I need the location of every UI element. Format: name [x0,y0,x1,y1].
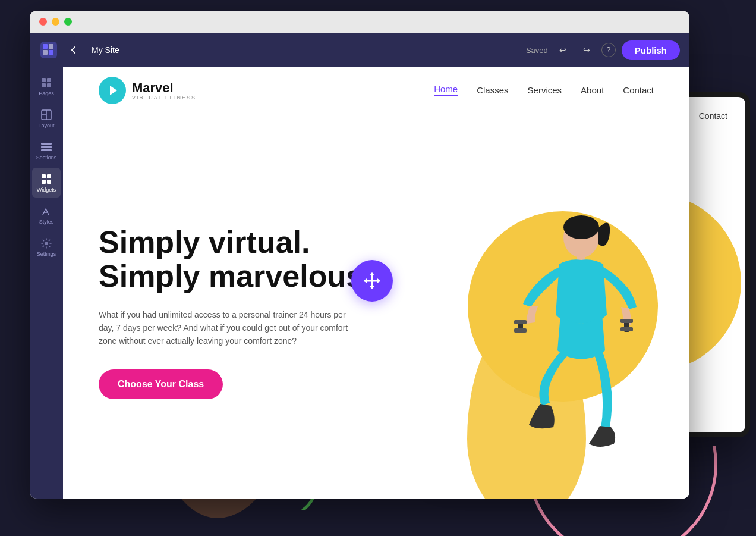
back-button[interactable] [65,42,82,58]
nav-contact[interactable]: Contact [623,85,654,95]
svg-rect-21 [41,143,52,145]
sidebar-item-settings[interactable]: Settings [32,232,61,262]
sections-label: Sections [36,155,57,161]
canvas: Marvel VIRTUAL FITNESS Home Classes Serv… [63,67,689,499]
panel-nav-contact[interactable]: Contact [699,111,727,121]
svg-rect-23 [41,149,52,151]
sidebar-item-pages[interactable]: Pages [32,71,61,101]
svg-rect-24 [42,174,46,178]
layout-label: Layout [38,123,54,128]
cta-button[interactable]: Choose Your Class [99,369,223,399]
hero-title-line2: Simply marvelous. [99,259,372,293]
fitness-figure [477,199,656,499]
logo-subtitle: VIRTUAL FITNESS [132,95,196,101]
svg-rect-38 [620,319,633,323]
svg-rect-26 [42,180,46,184]
logo-text: Marvel VIRTUAL FITNESS [132,80,196,101]
widgets-label: Widgets [37,187,56,193]
undo-button[interactable]: ↩ [554,41,572,59]
svg-rect-12 [43,50,48,55]
logo-name: Marvel [132,80,174,95]
editor-controls: Saved ↩ ↪ ? Publish [526,40,680,60]
layout-icon [40,108,53,121]
svg-rect-9 [40,42,57,58]
help-button[interactable]: ? [601,43,616,57]
sidebar-item-sections[interactable]: Sections [32,136,61,165]
svg-point-29 [45,242,48,245]
sidebar: Pages Layout [30,67,63,499]
pages-icon [40,76,53,89]
svg-rect-14 [42,78,46,82]
traffic-light-red[interactable] [39,18,47,26]
settings-label: Settings [37,251,56,257]
nav-about[interactable]: About [581,85,604,95]
svg-rect-36 [514,328,527,333]
svg-rect-22 [41,146,52,148]
publish-button[interactable]: Publish [622,40,680,60]
widgets-icon [40,173,53,186]
traffic-lights [39,18,72,26]
svg-rect-13 [49,50,53,55]
site-logo: Marvel VIRTUAL FITNESS [99,77,196,104]
site-name: My Site [92,45,519,55]
svg-point-32 [563,215,599,239]
redo-button[interactable]: ↪ [578,41,596,59]
editor-logo [39,40,58,59]
traffic-light-green[interactable] [64,18,72,26]
hero: Simply virtual. Simply marvelous. What i… [63,114,689,499]
svg-rect-15 [47,78,51,82]
editor-bar: My Site Saved ↩ ↪ ? Publish [30,33,689,67]
svg-rect-16 [42,83,46,87]
nav-classes[interactable]: Classes [477,85,508,95]
editor-main: Pages Layout [30,67,689,499]
hero-description: What if you had unlimited access to a pe… [99,308,348,348]
saved-label: Saved [526,46,548,55]
site-nav: Marvel VIRTUAL FITNESS Home Classes Serv… [63,67,689,114]
nav-services[interactable]: Services [528,85,562,95]
svg-rect-25 [47,174,51,178]
svg-rect-35 [514,320,527,324]
sidebar-item-layout[interactable]: Layout [32,104,61,133]
styles-icon [40,205,53,218]
sidebar-item-styles[interactable]: Styles [32,200,61,230]
titlebar [30,11,689,33]
svg-rect-11 [49,44,53,49]
svg-rect-17 [47,83,51,87]
hero-title-line1: Simply virtual. [99,225,310,259]
svg-rect-10 [43,44,48,49]
move-crosshair-icon [363,271,382,290]
sections-icon [40,140,53,153]
hero-title: Simply virtual. Simply marvelous. [99,225,384,293]
svg-marker-30 [110,86,117,95]
sidebar-item-widgets[interactable]: Widgets [32,168,61,198]
nav-home[interactable]: Home [434,84,458,96]
svg-rect-39 [620,327,633,331]
hero-right [408,114,689,499]
svg-rect-27 [47,180,51,184]
window-chrome: My Site Saved ↩ ↪ ? Publish Pages [30,11,689,499]
pages-label: Pages [39,90,54,96]
hero-left: Simply virtual. Simply marvelous. What i… [63,114,408,499]
logo-icon [99,77,126,104]
move-icon-overlay[interactable] [351,260,393,302]
site-nav-links: Home Classes Services About Contact [434,84,654,96]
settings-icon [40,237,53,250]
traffic-light-yellow[interactable] [52,18,59,26]
styles-label: Styles [39,219,54,225]
